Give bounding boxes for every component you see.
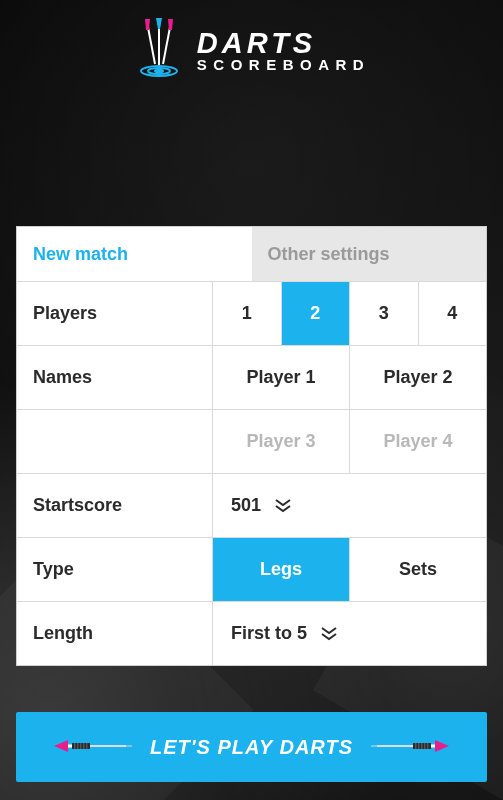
row-names-1: Names Player 1 Player 2 — [17, 345, 486, 409]
player2-name-input[interactable]: Player 2 — [349, 346, 486, 409]
settings-card: New match Other settings Players 1 2 3 4… — [16, 226, 487, 666]
players-option-1[interactable]: 1 — [213, 282, 281, 345]
play-button-label: LET'S PLAY DARTS — [150, 736, 353, 759]
tabs: New match Other settings — [17, 227, 486, 281]
length-select[interactable]: First to 5 — [213, 602, 486, 665]
row-names-2: Player 3 Player 4 — [17, 409, 486, 473]
darts-icon — [133, 16, 185, 86]
dart-left-icon — [54, 736, 132, 759]
chevron-down-icon — [321, 627, 337, 641]
length-value: First to 5 — [231, 623, 307, 644]
svg-rect-13 — [90, 745, 126, 747]
svg-rect-17 — [418, 743, 420, 749]
startscore-label: Startscore — [17, 474, 213, 537]
svg-rect-14 — [431, 744, 435, 747]
startscore-select[interactable]: 501 — [213, 474, 486, 537]
svg-point-5 — [155, 70, 163, 73]
type-option-legs[interactable]: Legs — [213, 538, 349, 601]
svg-rect-18 — [421, 743, 423, 749]
svg-rect-12 — [86, 743, 88, 749]
player1-name-input[interactable]: Player 1 — [213, 346, 349, 409]
row-startscore: Startscore 501 — [17, 473, 486, 537]
names-spacer — [17, 410, 213, 473]
svg-rect-21 — [377, 745, 413, 747]
length-label: Length — [17, 602, 213, 665]
player3-name-input: Player 3 — [213, 410, 349, 473]
type-option-sets[interactable]: Sets — [349, 538, 486, 601]
players-option-3[interactable]: 3 — [349, 282, 418, 345]
row-length: Length First to 5 — [17, 601, 486, 665]
chevron-down-icon — [275, 499, 291, 513]
logo-title: DARTS — [197, 30, 370, 58]
dart-right-icon — [371, 736, 449, 759]
row-players: Players 1 2 3 4 — [17, 281, 486, 345]
svg-rect-20 — [427, 743, 429, 749]
svg-rect-8 — [74, 743, 76, 749]
svg-rect-6 — [68, 744, 72, 747]
svg-rect-16 — [415, 743, 417, 749]
play-button[interactable]: LET'S PLAY DARTS — [16, 712, 487, 782]
tab-other-settings[interactable]: Other settings — [252, 227, 487, 281]
svg-rect-9 — [77, 743, 79, 749]
svg-rect-10 — [80, 743, 82, 749]
players-option-4[interactable]: 4 — [418, 282, 487, 345]
players-label: Players — [17, 282, 213, 345]
logo-subtitle: SCOREBOARD — [197, 58, 370, 72]
app-logo: DARTS SCOREBOARD — [0, 16, 503, 86]
names-label: Names — [17, 346, 213, 409]
svg-rect-19 — [424, 743, 426, 749]
type-label: Type — [17, 538, 213, 601]
startscore-value: 501 — [231, 495, 261, 516]
svg-rect-11 — [83, 743, 85, 749]
tab-new-match[interactable]: New match — [17, 227, 252, 281]
row-type: Type Legs Sets — [17, 537, 486, 601]
players-option-2[interactable]: 2 — [281, 282, 350, 345]
player4-name-input: Player 4 — [349, 410, 486, 473]
